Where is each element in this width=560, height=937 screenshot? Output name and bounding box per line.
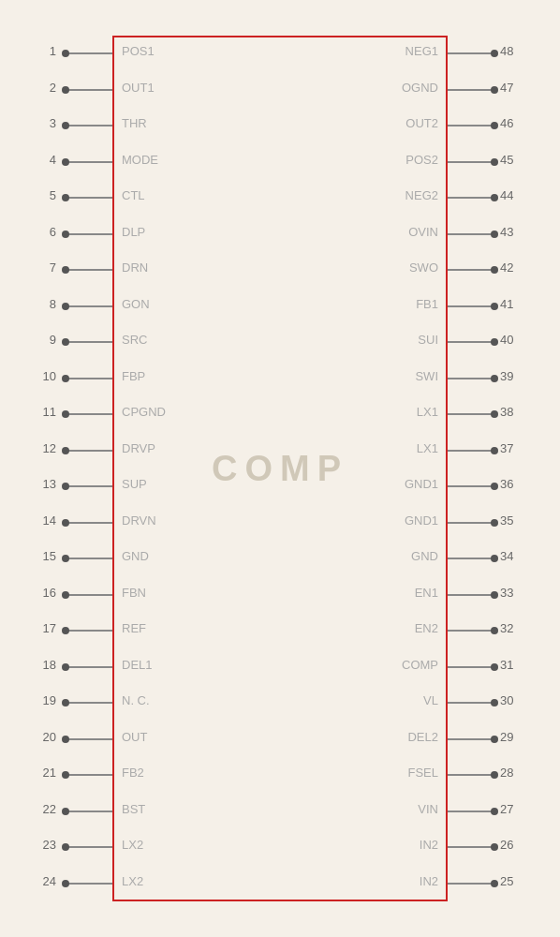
pin-line-right-38 bbox=[448, 413, 494, 415]
pin-line-right-41 bbox=[448, 305, 494, 307]
pin-dot-right-44 bbox=[491, 194, 498, 201]
pin-num-right-36: 36 bbox=[500, 477, 528, 491]
pin-num-right-39: 39 bbox=[500, 369, 528, 383]
pin-dot-left-7 bbox=[62, 266, 69, 274]
pin-num-left-2: 2 bbox=[28, 81, 56, 95]
pin-line-left-19 bbox=[66, 702, 112, 704]
pin-dot-right-32 bbox=[491, 627, 498, 634]
pin-dot-left-12 bbox=[62, 447, 69, 454]
pin-line-left-4 bbox=[66, 161, 112, 163]
pin-line-left-9 bbox=[66, 341, 112, 343]
pin-num-right-26: 26 bbox=[500, 838, 528, 852]
pin-line-right-37 bbox=[448, 450, 494, 452]
pin-dot-right-46 bbox=[491, 122, 498, 129]
pin-line-left-17 bbox=[66, 630, 112, 632]
pin-label-right-35: GND1 bbox=[405, 513, 438, 528]
pin-num-right-48: 48 bbox=[500, 44, 528, 58]
pin-num-right-33: 33 bbox=[500, 586, 528, 600]
pin-line-right-43 bbox=[448, 233, 494, 235]
pin-dot-right-37 bbox=[491, 447, 498, 454]
pin-dot-left-6 bbox=[62, 231, 69, 238]
pin-dot-right-34 bbox=[491, 555, 498, 562]
pin-dot-right-47 bbox=[491, 86, 498, 94]
pin-num-right-30: 30 bbox=[500, 693, 528, 707]
pin-line-left-1 bbox=[66, 52, 112, 54]
pin-num-left-11: 11 bbox=[28, 405, 56, 419]
pin-num-right-41: 41 bbox=[500, 297, 528, 311]
pin-line-right-28 bbox=[448, 774, 494, 776]
pin-line-left-8 bbox=[66, 305, 112, 307]
pin-line-right-32 bbox=[448, 630, 494, 632]
pin-dot-left-16 bbox=[62, 591, 69, 599]
pin-dot-right-29 bbox=[491, 736, 498, 743]
pin-dot-left-23 bbox=[62, 843, 69, 851]
pin-dot-right-30 bbox=[491, 699, 498, 706]
pin-dot-right-25 bbox=[491, 880, 498, 887]
pin-dot-right-27 bbox=[491, 808, 498, 815]
pin-line-right-46 bbox=[448, 125, 494, 126]
pin-label-right-25: IN2 bbox=[420, 874, 438, 888]
pin-num-left-14: 14 bbox=[28, 513, 56, 528]
pin-line-right-30 bbox=[448, 702, 494, 704]
pin-line-right-45 bbox=[448, 161, 494, 163]
pin-num-left-8: 8 bbox=[28, 297, 56, 311]
pin-label-right-29: DEL2 bbox=[407, 730, 438, 744]
pin-dot-left-19 bbox=[62, 699, 69, 706]
pin-label-right-45: POS2 bbox=[405, 153, 438, 167]
pin-dot-left-8 bbox=[62, 303, 69, 310]
pin-dot-left-14 bbox=[62, 519, 69, 527]
pin-num-left-9: 9 bbox=[28, 333, 56, 347]
pin-label-right-30: VL bbox=[423, 693, 438, 707]
pin-num-right-34: 34 bbox=[500, 549, 528, 563]
pin-label-right-42: SWO bbox=[409, 260, 438, 275]
pin-line-right-39 bbox=[448, 378, 494, 379]
pin-label-right-40: SUI bbox=[418, 333, 438, 347]
pin-line-left-12 bbox=[66, 450, 112, 452]
pin-dot-right-28 bbox=[491, 771, 498, 779]
pin-dot-left-1 bbox=[62, 50, 69, 57]
pin-line-left-6 bbox=[66, 233, 112, 235]
pin-num-left-22: 22 bbox=[28, 802, 56, 816]
pin-dot-right-43 bbox=[491, 231, 498, 238]
pin-dot-right-40 bbox=[491, 338, 498, 346]
pin-num-right-47: 47 bbox=[500, 81, 528, 95]
pin-num-left-15: 15 bbox=[28, 549, 56, 563]
pin-num-left-19: 19 bbox=[28, 693, 56, 707]
pin-label-right-43: OVIN bbox=[408, 225, 438, 239]
pin-dot-right-42 bbox=[491, 266, 498, 274]
pin-num-right-31: 31 bbox=[500, 658, 528, 672]
pin-line-right-42 bbox=[448, 269, 494, 271]
pin-line-left-15 bbox=[66, 558, 112, 559]
pin-dot-right-39 bbox=[491, 375, 498, 382]
pin-num-right-37: 37 bbox=[500, 441, 528, 455]
pin-label-right-33: EN1 bbox=[415, 586, 438, 600]
pin-line-left-5 bbox=[66, 197, 112, 199]
pin-label-right-27: VIN bbox=[418, 802, 438, 816]
pin-line-right-47 bbox=[448, 89, 494, 91]
pin-dot-left-18 bbox=[62, 663, 69, 671]
pin-label-right-44: NEG2 bbox=[405, 188, 438, 202]
pin-num-left-4: 4 bbox=[28, 153, 56, 167]
pin-line-left-20 bbox=[66, 738, 112, 740]
pin-num-right-40: 40 bbox=[500, 333, 528, 347]
pin-num-right-43: 43 bbox=[500, 225, 528, 239]
pin-dot-left-15 bbox=[62, 555, 69, 562]
pin-label-right-31: COMP bbox=[402, 658, 438, 672]
pin-label-right-46: OUT2 bbox=[405, 116, 438, 130]
pin-label-right-28: FSEL bbox=[407, 766, 438, 780]
pin-num-right-28: 28 bbox=[500, 766, 528, 780]
pin-num-left-21: 21 bbox=[28, 766, 56, 780]
pin-line-left-18 bbox=[66, 666, 112, 668]
pin-dot-left-21 bbox=[62, 771, 69, 779]
pin-num-right-25: 25 bbox=[500, 874, 528, 888]
pin-line-right-44 bbox=[448, 197, 494, 199]
pin-label-right-34: GND bbox=[411, 549, 438, 563]
pin-num-right-45: 45 bbox=[500, 153, 528, 167]
pin-dot-right-26 bbox=[491, 843, 498, 851]
pin-line-right-36 bbox=[448, 485, 494, 487]
pin-dot-left-20 bbox=[62, 736, 69, 743]
pin-line-right-29 bbox=[448, 738, 494, 740]
pin-num-left-5: 5 bbox=[28, 188, 56, 202]
pin-label-right-26: IN2 bbox=[420, 838, 438, 852]
pin-label-right-47: OGND bbox=[402, 81, 438, 95]
